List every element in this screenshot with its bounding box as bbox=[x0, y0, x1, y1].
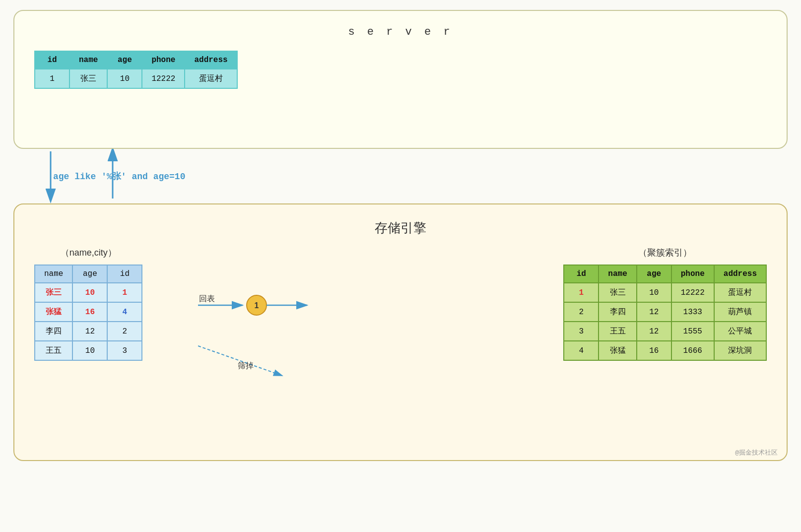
server-box: s e r v e r idnameagephoneaddress 1张三101… bbox=[13, 10, 788, 149]
svg-text:回表: 回表 bbox=[199, 294, 215, 303]
right-col-phone: phone bbox=[671, 265, 714, 283]
right-col-address: address bbox=[714, 265, 766, 283]
right-index-section: （聚簇索引） id name age phone address 1张三1012… bbox=[563, 247, 767, 361]
left-index-section: （name,city） name age id 张三101张猛164李四122王… bbox=[34, 247, 142, 361]
left-col-id: id bbox=[107, 265, 142, 283]
server-label: s e r v e r bbox=[34, 26, 767, 38]
svg-text:筛掉: 筛掉 bbox=[238, 361, 254, 370]
watermark: @掘金技术社区 bbox=[735, 448, 778, 457]
right-col-id: id bbox=[564, 265, 599, 283]
arrows-svg bbox=[13, 149, 212, 203]
arrow-area: age like '%张' and age=10 bbox=[13, 149, 788, 203]
svg-text:1: 1 bbox=[255, 301, 259, 310]
middle-arrows: 回表 1 筛掉 bbox=[198, 276, 377, 435]
right-col-name: name bbox=[599, 265, 636, 283]
left-col-age: age bbox=[72, 265, 107, 283]
clustered-label: （聚簇索引） bbox=[638, 247, 692, 259]
storage-label: 存储引擎 bbox=[34, 219, 767, 237]
left-index-table: name age id 张三101张猛164李四122王五103 bbox=[34, 265, 142, 361]
middle-svg: 回表 1 筛掉 bbox=[198, 276, 377, 435]
server-table: idnameagephoneaddress 1张三1012222蛋逗村 bbox=[34, 51, 238, 89]
right-index-table: id name age phone address 1张三1012222蛋逗村2… bbox=[563, 265, 767, 361]
svg-line-11 bbox=[198, 346, 282, 376]
left-col-name: name bbox=[35, 265, 72, 283]
storage-box: 存储引擎 （name,city） name age id 张三101张猛164李… bbox=[13, 203, 788, 461]
right-col-age: age bbox=[637, 265, 671, 283]
left-index-label: （name,city） bbox=[61, 247, 117, 259]
